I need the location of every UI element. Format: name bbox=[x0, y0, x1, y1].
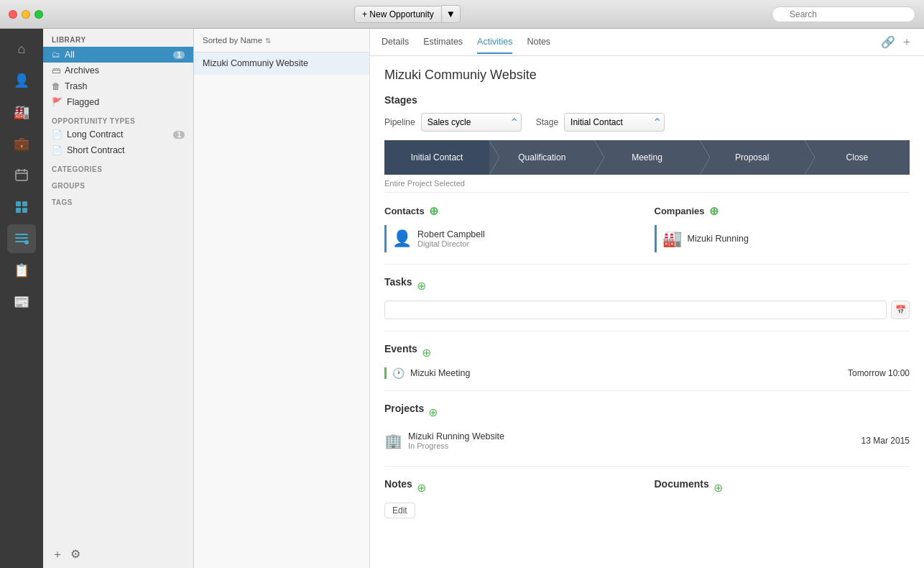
library-item-all[interactable]: 🗂 All 1 bbox=[43, 47, 193, 63]
sidebar-notes-icon[interactable]: 📋 bbox=[7, 256, 36, 285]
svg-rect-9 bbox=[15, 237, 28, 239]
company-card: 🏭 Mizuki Running bbox=[655, 225, 910, 252]
sidebar-news-icon[interactable]: 📰 bbox=[7, 288, 36, 316]
svg-rect-6 bbox=[16, 208, 21, 213]
pipeline-stages: Initial Contact Qualification Meeting Pr… bbox=[384, 140, 910, 175]
pipeline-select-wrapper: Sales cycle ⌃ bbox=[421, 113, 522, 132]
stage-step-qualification[interactable]: Qualification bbox=[489, 140, 594, 175]
stages-controls: Pipeline Sales cycle ⌃ Stage Initial bbox=[384, 113, 910, 132]
stages-section: Stages Pipeline Sales cycle ⌃ Stage bbox=[384, 94, 910, 193]
sidebar-home-icon[interactable]: ⌂ bbox=[7, 35, 36, 63]
sidebar-calendar-check-icon[interactable] bbox=[7, 161, 36, 190]
library-item-trash[interactable]: 🗑 Trash bbox=[43, 78, 193, 94]
add-document-icon[interactable]: ⊕ bbox=[713, 481, 723, 495]
contact-name: Robert Campbell bbox=[417, 229, 485, 239]
contacts-companies-section: Contacts ⊕ 👤 Robert Campbell Digital Dir… bbox=[384, 204, 910, 265]
svg-rect-4 bbox=[16, 201, 21, 206]
stage-step-close[interactable]: Close bbox=[805, 140, 910, 175]
maximize-button[interactable] bbox=[34, 10, 43, 19]
main-layout: ⌂ 👤 🏭 💼 bbox=[0, 29, 924, 568]
library-header: Library bbox=[43, 29, 193, 47]
stage-step-initial-contact[interactable]: Initial Contact bbox=[384, 140, 489, 175]
titlebar: + New Opportunity ▼ 🔍 bbox=[0, 0, 924, 29]
close-button[interactable] bbox=[9, 10, 17, 19]
stage-label: Stage bbox=[536, 117, 558, 127]
task-input-row: 📅 bbox=[384, 301, 910, 319]
task-input[interactable] bbox=[384, 301, 887, 319]
notes-col: Notes ⊕ Edit bbox=[384, 478, 640, 518]
sidebar-grid-icon[interactable] bbox=[7, 193, 36, 221]
list-item[interactable]: Mizuki Communiy Website bbox=[194, 52, 369, 75]
new-opportunity-button[interactable]: + New Opportunity bbox=[354, 6, 442, 23]
trash-icon: 🗑 bbox=[52, 81, 60, 91]
groups-label: GROUPS bbox=[43, 175, 193, 191]
tasks-section: Tasks ⊕ 📅 bbox=[384, 276, 910, 331]
project-date: 13 Mar 2015 bbox=[861, 436, 910, 446]
stage-step-proposal[interactable]: Proposal bbox=[700, 140, 805, 175]
task-calendar-button[interactable]: 📅 bbox=[891, 301, 910, 319]
add-contact-icon[interactable]: ⊕ bbox=[429, 204, 438, 218]
sidebar-person-icon[interactable]: 👤 bbox=[7, 66, 36, 95]
detail-panel: Details Estimates Activities Notes 🔗 ＋ M… bbox=[370, 29, 924, 568]
page-title: Mizuki Communiy Website bbox=[384, 68, 910, 83]
tab-estimates[interactable]: Estimates bbox=[423, 31, 463, 54]
tab-activities[interactable]: Activities bbox=[477, 31, 512, 54]
new-opportunity-dropdown[interactable]: ▼ bbox=[442, 5, 461, 23]
minimize-button[interactable] bbox=[22, 10, 30, 19]
entire-project-label: Entire Project Selected bbox=[384, 175, 910, 193]
projects-section: Projects ⊕ 🏢 Mizuki Running Website In P… bbox=[384, 403, 910, 467]
add-library-button[interactable]: ＋ bbox=[52, 547, 63, 562]
contacts-title: Contacts ⊕ bbox=[384, 204, 640, 218]
event-time: Tomorrow 10:00 bbox=[848, 368, 910, 378]
svg-rect-7 bbox=[22, 208, 27, 213]
add-project-icon[interactable]: ⊕ bbox=[428, 406, 438, 419]
search-input[interactable] bbox=[772, 6, 915, 22]
add-company-icon[interactable]: ⊕ bbox=[709, 204, 719, 218]
tab-actions: 🔗 ＋ bbox=[881, 35, 913, 50]
pipeline-label: Pipeline bbox=[384, 117, 415, 127]
add-note-icon[interactable]: ⊕ bbox=[417, 481, 426, 495]
library-item-archives[interactable]: 🗃 Archives bbox=[43, 63, 193, 78]
sidebar-building-icon[interactable]: 🏭 bbox=[7, 98, 36, 127]
pipeline-select[interactable]: Sales cycle bbox=[421, 113, 522, 132]
library-item-short-contract[interactable]: 📄 Short Contract bbox=[43, 142, 193, 158]
stage-select[interactable]: Initial Contact bbox=[564, 113, 665, 132]
contact-avatar: 👤 bbox=[392, 229, 412, 248]
contract-short-icon: 📄 bbox=[52, 145, 63, 155]
svg-point-11 bbox=[24, 240, 29, 244]
event-name: Mizuki Meeting bbox=[410, 368, 470, 378]
link-icon[interactable]: 🔗 bbox=[881, 35, 895, 49]
tab-notes[interactable]: Notes bbox=[527, 31, 550, 54]
left-sidebar: ⌂ 👤 🏭 💼 bbox=[0, 29, 43, 568]
library-item-long-contract[interactable]: 📄 Long Contract 1 bbox=[43, 127, 193, 142]
events-section: Events ⊕ 🕐 Mizuki Meeting Tomorrow 10:00 bbox=[384, 343, 910, 391]
add-event-icon[interactable]: ⊕ bbox=[422, 346, 431, 359]
stages-title: Stages bbox=[384, 94, 910, 106]
svg-rect-10 bbox=[15, 241, 25, 242]
companies-title: Companies ⊕ bbox=[655, 204, 910, 218]
add-task-icon[interactable]: ⊕ bbox=[417, 279, 426, 293]
stage-control: Stage Initial Contact ⌃ bbox=[536, 113, 665, 132]
contact-info: Robert Campbell Digital Director bbox=[417, 229, 485, 248]
search-container: 🔍 bbox=[772, 6, 915, 22]
projects-header: Projects ⊕ bbox=[384, 403, 910, 421]
events-title: Events bbox=[384, 343, 417, 354]
list-header: Sorted by Name ⇅ bbox=[194, 29, 369, 52]
library-item-flagged[interactable]: 🚩 Flagged bbox=[43, 94, 193, 110]
notes-documents-section: Notes ⊕ Edit Documents ⊕ bbox=[384, 478, 910, 518]
tasks-header: Tasks ⊕ bbox=[384, 276, 910, 295]
documents-col: Documents ⊕ bbox=[655, 478, 910, 518]
sidebar-list-icon[interactable] bbox=[7, 224, 36, 253]
traffic-lights bbox=[9, 10, 43, 19]
projects-title: Projects bbox=[384, 403, 424, 414]
archives-icon: 🗃 bbox=[52, 65, 60, 75]
list-panel: Sorted by Name ⇅ Mizuki Communiy Website bbox=[194, 29, 370, 568]
stage-step-meeting[interactable]: Meeting bbox=[594, 140, 699, 175]
sidebar-briefcase-icon[interactable]: 💼 bbox=[7, 129, 36, 158]
add-tab-icon[interactable]: ＋ bbox=[901, 35, 913, 50]
edit-button[interactable]: Edit bbox=[384, 503, 415, 518]
settings-library-button[interactable]: ⚙ bbox=[70, 547, 80, 562]
categories-label: CATEGORIES bbox=[43, 158, 193, 175]
tab-details[interactable]: Details bbox=[382, 31, 409, 54]
titlebar-center: + New Opportunity ▼ bbox=[49, 5, 766, 23]
